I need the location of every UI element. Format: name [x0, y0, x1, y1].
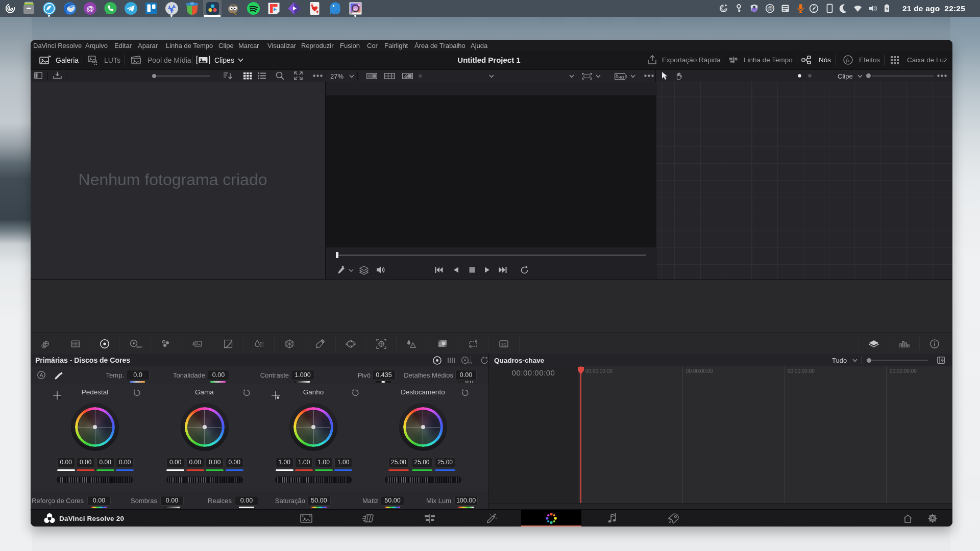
svg-text:3D: 3D	[501, 342, 506, 347]
svg-text:HDR: HDR	[136, 345, 143, 348]
svg-text:LOG: LOG	[467, 362, 473, 365]
svg-text:HQ: HQ	[618, 75, 624, 80]
svg-text:@: @	[767, 5, 773, 11]
svg-text:@: @	[86, 4, 94, 13]
svg-text:fx: fx	[846, 57, 850, 63]
